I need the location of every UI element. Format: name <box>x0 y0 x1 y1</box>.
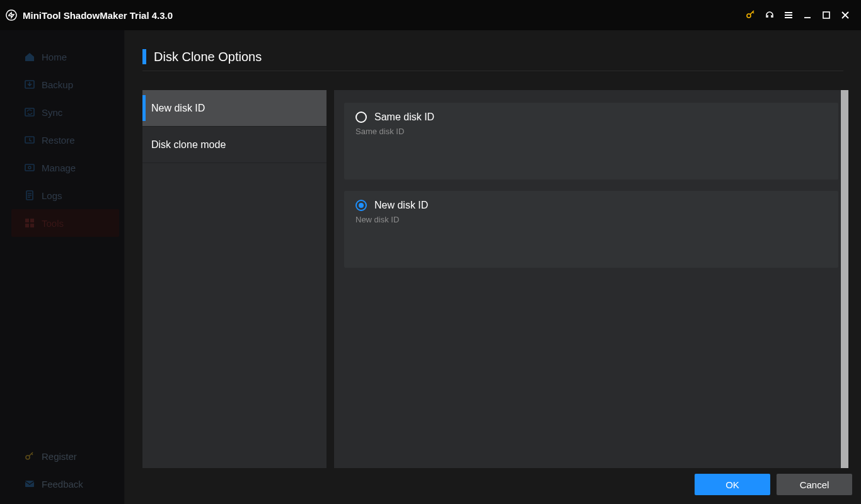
app-logo-icon <box>5 9 18 21</box>
sidebar-item-label: Restore <box>42 135 75 146</box>
tools-icon <box>24 217 35 229</box>
radio-label: Same disk ID <box>374 112 434 123</box>
sidebar-item-backup[interactable]: Backup <box>0 71 124 98</box>
minimize-icon[interactable] <box>798 6 817 25</box>
option-new-disk-id[interactable]: New disk ID <box>142 90 326 127</box>
option-label: Disk clone mode <box>151 139 226 151</box>
svg-rect-11 <box>30 224 34 227</box>
home-icon <box>24 51 35 62</box>
radio-card-same-disk-id[interactable]: Same disk ID Same disk ID <box>344 103 838 180</box>
svg-rect-8 <box>25 219 29 222</box>
mail-icon <box>24 478 35 490</box>
titlebar: MiniTool ShadowMaker Trial 4.3.0 <box>0 0 861 30</box>
sidebar-item-restore[interactable]: Restore <box>0 126 124 154</box>
svg-rect-1 <box>823 12 829 18</box>
restore-icon <box>24 134 35 146</box>
options-list: New disk ID Disk clone mode <box>142 90 326 468</box>
radio-label: New disk ID <box>374 200 428 211</box>
logs-icon <box>24 190 35 201</box>
page-title: Disk Clone Options <box>154 50 262 64</box>
sidebar-item-register[interactable]: Register <box>0 442 124 470</box>
sidebar-item-label: Home <box>42 52 67 62</box>
option-label: New disk ID <box>151 103 205 114</box>
cancel-button[interactable]: Cancel <box>777 474 852 495</box>
button-label: OK <box>725 479 739 490</box>
radio-description: New disk ID <box>355 215 827 224</box>
radio-icon <box>355 112 367 123</box>
sidebar-item-label: Feedback <box>42 479 83 490</box>
main-content: Disk Clone Options New disk ID Disk clon… <box>125 30 861 504</box>
sidebar-item-home[interactable]: Home <box>0 43 124 71</box>
key-icon <box>24 450 35 462</box>
sidebar-item-label: Logs <box>42 190 62 201</box>
sidebar-item-label: Register <box>42 451 77 462</box>
sidebar-item-manage[interactable]: Manage <box>0 154 124 181</box>
app-title: MiniTool ShadowMaker Trial 4.3.0 <box>23 10 173 21</box>
radio-card-new-disk-id[interactable]: New disk ID New disk ID <box>344 191 838 268</box>
svg-rect-10 <box>25 224 29 227</box>
sidebar-item-feedback[interactable]: Feedback <box>0 470 124 498</box>
scrollbar[interactable] <box>841 90 848 468</box>
option-detail-panel: Same disk ID Same disk ID New disk ID Ne… <box>334 90 848 468</box>
svg-point-6 <box>28 166 31 169</box>
radio-icon <box>355 200 367 211</box>
register-key-icon[interactable] <box>741 6 760 25</box>
sync-icon <box>24 106 35 118</box>
svg-rect-9 <box>30 219 34 222</box>
accent-bar <box>142 49 146 64</box>
menu-icon[interactable] <box>779 6 798 25</box>
sidebar-item-logs[interactable]: Logs <box>0 181 124 209</box>
page-header: Disk Clone Options <box>142 49 843 71</box>
sidebar-item-label: Tools <box>42 218 64 229</box>
close-icon[interactable] <box>836 6 855 25</box>
maximize-icon[interactable] <box>817 6 836 25</box>
backup-icon <box>24 79 35 90</box>
radio-description: Same disk ID <box>355 127 827 136</box>
svg-rect-5 <box>25 164 34 171</box>
option-disk-clone-mode[interactable]: Disk clone mode <box>142 127 326 163</box>
sidebar-item-tools[interactable]: Tools <box>11 209 119 237</box>
sidebar: Home Backup Sync Restore Manage Logs <box>0 30 125 504</box>
manage-icon <box>24 162 35 173</box>
svg-rect-13 <box>25 481 34 487</box>
button-label: Cancel <box>800 479 829 490</box>
support-icon[interactable] <box>760 6 779 25</box>
ok-button[interactable]: OK <box>695 474 770 495</box>
sidebar-item-sync[interactable]: Sync <box>0 98 124 126</box>
sidebar-item-label: Backup <box>42 79 73 90</box>
dialog-footer: OK Cancel <box>695 474 852 495</box>
sidebar-item-label: Manage <box>42 163 76 173</box>
sidebar-item-label: Sync <box>42 107 62 118</box>
